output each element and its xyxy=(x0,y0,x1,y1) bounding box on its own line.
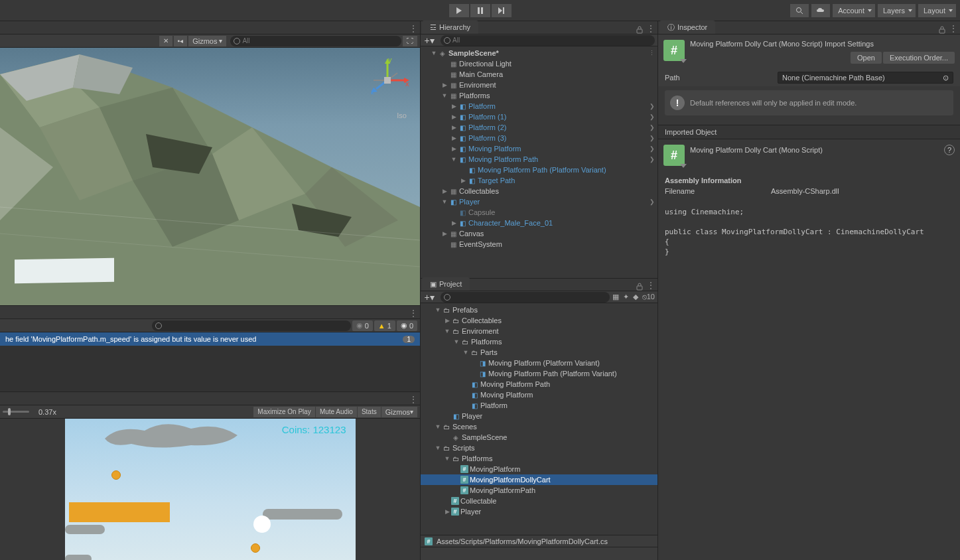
inspector-tab[interactable]: ⓘInspector xyxy=(659,21,715,34)
search-by-type-icon[interactable]: ▦ xyxy=(612,293,619,301)
game-gizmos-button[interactable]: Gizmos ▾ xyxy=(381,407,417,417)
hierarchy-item[interactable]: ▼◧Moving Platform Path❯ xyxy=(421,154,657,165)
prefab-open-icon[interactable]: ❯ xyxy=(650,145,655,152)
inspector-menu-icon[interactable]: ⋮ xyxy=(949,23,957,34)
script-row[interactable]: ▶#Player xyxy=(421,506,657,517)
folder-row[interactable]: ▼🗀Scripts xyxy=(421,443,657,453)
hierarchy-item[interactable]: ▦Main Camera xyxy=(421,69,657,80)
hierarchy-item[interactable]: ▦Directional Light xyxy=(421,58,657,69)
asset-row[interactable]: ◨Moving Platform Path (Platform Variant) xyxy=(421,368,657,379)
project-menu-icon[interactable]: ⋮ xyxy=(646,280,655,291)
hierarchy-item[interactable]: ▦EventSystem xyxy=(421,239,657,249)
folder-row[interactable]: ▶🗀Collectables xyxy=(421,315,657,326)
asset-row[interactable]: ◧Moving Platform xyxy=(421,389,657,400)
camera-icon[interactable]: ▪◂ xyxy=(174,36,188,46)
hierarchy-item[interactable]: ▼◧Player❯ xyxy=(421,196,657,207)
hierarchy-item[interactable]: ▶◧Character_Male_Face_01 xyxy=(421,218,657,228)
asset-row[interactable]: ◧Platform xyxy=(421,400,657,411)
hierarchy-item[interactable]: ▶◧Target Path xyxy=(421,175,657,186)
asset-row[interactable]: ◈SampleScene xyxy=(421,432,657,443)
layers-dropdown[interactable]: Layers xyxy=(878,4,916,17)
gizmos-dropdown[interactable]: Gizmos ▾ xyxy=(188,36,226,46)
prefab-open-icon[interactable]: ❯ xyxy=(650,103,655,109)
save-search-icon[interactable]: ◆ xyxy=(633,293,638,301)
hierarchy-search[interactable] xyxy=(441,35,655,46)
scene-search-input[interactable] xyxy=(242,37,397,44)
scene-expand-icon[interactable]: ⛶ xyxy=(403,36,417,46)
console-message-row[interactable]: he field 'MovingPlatformPath.m_speed' is… xyxy=(0,332,420,346)
hierarchy-item[interactable]: ▶◧Platform (3)❯ xyxy=(421,133,657,143)
orientation-gizmo[interactable]: y x z xyxy=(364,57,411,104)
prefab-open-icon[interactable]: ❯ xyxy=(650,156,655,163)
mute-button[interactable]: Mute Audio xyxy=(316,407,357,417)
folder-row[interactable]: ▼🗀Prefabs xyxy=(421,305,657,315)
lock-icon[interactable] xyxy=(636,26,643,34)
help-icon[interactable]: ? xyxy=(944,145,955,155)
play-button[interactable] xyxy=(449,4,469,17)
folder-row[interactable]: ▼🗀Enviroment xyxy=(421,326,657,336)
scene-search[interactable] xyxy=(230,36,401,46)
hierarchy-tree[interactable]: ▼◈SampleScene*⋮ ▦Directional Light ▦Main… xyxy=(421,46,657,278)
zoom-slider[interactable] xyxy=(3,411,29,413)
hierarchy-search-input[interactable] xyxy=(452,36,651,44)
layout-dropdown[interactable]: Layout xyxy=(918,4,956,17)
game-menu-icon[interactable]: ⋮ xyxy=(409,394,417,405)
project-tab[interactable]: ▣Project xyxy=(422,277,470,291)
console-search[interactable] xyxy=(152,320,351,331)
tools-icon[interactable]: ✕ xyxy=(159,36,172,46)
folder-row[interactable]: ▼🗀Scenes xyxy=(421,421,657,432)
folder-row[interactable]: ▼🗀Parts xyxy=(421,347,657,358)
script-row[interactable]: #Collectable xyxy=(421,496,657,506)
prefab-open-icon[interactable]: ❯ xyxy=(650,198,655,205)
step-button[interactable] xyxy=(492,4,512,17)
hierarchy-item[interactable]: ▶◧Platform❯ xyxy=(421,101,657,111)
hierarchy-item[interactable]: ▶◧Moving Platform❯ xyxy=(421,143,657,154)
console-search-input[interactable] xyxy=(164,322,347,329)
lock-icon[interactable] xyxy=(939,26,945,34)
hierarchy-item[interactable]: ◧Moving Platform Path (Platform Variant) xyxy=(421,165,657,175)
script-row[interactable]: #MovingPlatformPath xyxy=(421,485,657,496)
scene-view[interactable]: y x z Iso xyxy=(0,48,420,305)
asset-row[interactable]: ◧Player xyxy=(421,411,657,421)
maximize-button[interactable]: Maximize On Play xyxy=(253,407,315,417)
console-menu-icon[interactable]: ⋮ xyxy=(409,308,417,318)
hierarchy-item[interactable]: ▶◧Platform (2)❯ xyxy=(421,122,657,133)
scene-row[interactable]: ▼◈SampleScene*⋮ xyxy=(421,48,657,58)
prefab-open-icon[interactable]: ❯ xyxy=(650,113,655,120)
open-button[interactable]: Open xyxy=(851,52,882,64)
hierarchy-item[interactable]: ▶◧Platform (1)❯ xyxy=(421,111,657,122)
hierarchy-tab[interactable]: ☲Hierarchy xyxy=(422,21,478,34)
cloud-icon[interactable] xyxy=(811,4,830,17)
path-object-field[interactable]: None (Cinemachine Path Base)⊙ xyxy=(778,72,953,84)
folder-row[interactable]: ▼🗀Platforms xyxy=(421,453,657,464)
lock-icon[interactable] xyxy=(636,283,643,291)
hierarchy-item[interactable]: ▶▦Collectables xyxy=(421,186,657,196)
search-icon[interactable] xyxy=(790,4,809,17)
stats-button[interactable]: Stats xyxy=(358,407,381,417)
context-icon[interactable]: ⋮ xyxy=(649,50,655,56)
project-create-button[interactable]: +▾ xyxy=(423,292,435,303)
pause-button[interactable] xyxy=(470,4,490,17)
script-row[interactable]: #MovingPlatform xyxy=(421,464,657,474)
script-row-selected[interactable]: #MovingPlatformDollyCart xyxy=(421,474,657,485)
account-dropdown[interactable]: Account xyxy=(833,4,875,17)
info-count-badge[interactable]: ◉0 xyxy=(397,320,417,331)
hierarchy-item[interactable]: ▼▦Platforms xyxy=(421,90,657,101)
error-count-badge[interactable]: ◉0 xyxy=(352,320,373,331)
hierarchy-menu-icon[interactable]: ⋮ xyxy=(646,23,655,34)
search-by-label-icon[interactable]: ✦ xyxy=(623,293,629,301)
exec-order-button[interactable]: Execution Order... xyxy=(883,52,955,64)
hidden-packages-icon[interactable]: ⦸10 xyxy=(642,293,655,301)
hierarchy-item[interactable]: ▶▦Enviroment xyxy=(421,80,657,90)
warning-count-badge[interactable]: ▲1 xyxy=(374,320,395,331)
project-tree[interactable]: ▼🗀Prefabs ▶🗀Collectables ▼🗀Enviroment ▼🗀… xyxy=(421,303,657,535)
scene-menu-icon[interactable]: ⋮ xyxy=(409,23,417,34)
asset-row[interactable]: ◨Moving Platform (Platform Variant) xyxy=(421,358,657,368)
hierarchy-item[interactable]: ▶▦Canvas xyxy=(421,228,657,239)
prefab-open-icon[interactable]: ❯ xyxy=(650,135,655,141)
prefab-open-icon[interactable]: ❯ xyxy=(650,124,655,131)
project-search-input[interactable] xyxy=(452,293,606,301)
folder-row[interactable]: ▼🗀Platforms xyxy=(421,336,657,347)
asset-row[interactable]: ◧Moving Platform Path xyxy=(421,379,657,389)
hierarchy-item[interactable]: ◧Capsule xyxy=(421,207,657,218)
